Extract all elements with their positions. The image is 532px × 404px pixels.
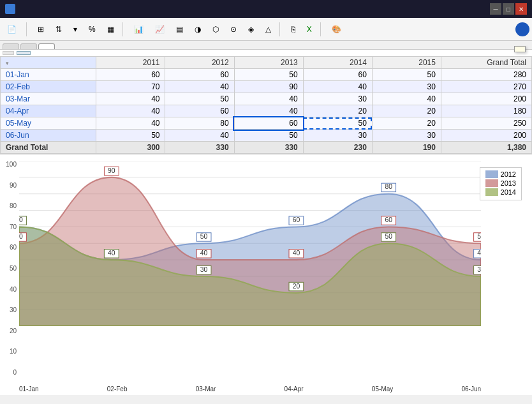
cell-2-1[interactable]: 50 — [165, 93, 234, 105]
legend-color-box — [485, 179, 498, 187]
y-label: 20 — [3, 327, 17, 334]
chart-legend: 201220132014 — [480, 167, 522, 200]
cell-5-0[interactable]: 50 — [96, 130, 165, 142]
main-content: ▾ 2011 2012 2013 2014 2015 Grand Total 0… — [0, 50, 532, 395]
chart-btn-4[interactable]: ◑ — [190, 21, 205, 38]
y-label: 80 — [3, 202, 17, 209]
cell-1-5[interactable]: 270 — [441, 81, 531, 93]
pivot-grid-btn-4[interactable]: % — [84, 21, 100, 38]
cell-3-5[interactable]: 180 — [441, 105, 531, 117]
excel-btn-1[interactable]: ⎘ — [286, 21, 300, 38]
grand-total-cell-5: 1,380 — [441, 142, 531, 154]
minimize-button[interactable]: ─ — [490, 3, 501, 15]
cell-0-4[interactable]: 50 — [372, 69, 441, 81]
cell-0-5[interactable]: 280 — [441, 69, 531, 81]
cell-0-0[interactable]: 60 — [96, 69, 165, 81]
col-2015[interactable]: 2015 — [372, 57, 441, 69]
cell-3-1[interactable]: 60 — [165, 105, 234, 117]
year-filter[interactable] — [17, 51, 31, 55]
chart-btn-8[interactable]: △ — [261, 21, 276, 38]
col-2014[interactable]: 2014 — [303, 57, 372, 69]
cell-2-2[interactable]: 40 — [234, 93, 303, 105]
cell-3-0[interactable]: 40 — [96, 105, 165, 117]
cell-4-4[interactable]: 20 — [372, 117, 441, 130]
legend-item: 2012 — [485, 170, 516, 178]
cell-4-2[interactable]: 60 — [234, 117, 303, 130]
col-2011[interactable]: 2011 — [96, 57, 165, 69]
chart-btn-6[interactable]: ⊙ — [226, 21, 241, 38]
data-label-2012-2: 50 — [200, 233, 208, 240]
x-label: 03-Mar — [196, 385, 216, 393]
cell-1-2[interactable]: 90 — [234, 81, 303, 93]
tooltip — [514, 46, 526, 52]
chart-btn-5[interactable]: ⬡ — [208, 21, 223, 38]
cell-5-3[interactable]: 30 — [303, 130, 372, 142]
y-label: 50 — [3, 265, 17, 272]
table-row: 05-May4080605020250 — [1, 117, 532, 130]
skins-btn[interactable]: 🎨 — [327, 21, 346, 38]
cell-3-4[interactable]: 20 — [372, 105, 441, 117]
cell-4-5[interactable]: 250 — [441, 117, 531, 130]
cell-0-1[interactable]: 60 — [165, 69, 234, 81]
row-header-02-Feb[interactable]: 02-Feb — [1, 81, 96, 93]
cell-2-3[interactable]: 30 — [303, 93, 372, 105]
cell-4-0[interactable]: 40 — [96, 117, 165, 130]
cell-1-4[interactable]: 30 — [372, 81, 441, 93]
cell-1-1[interactable]: 40 — [165, 81, 234, 93]
cell-3-2[interactable]: 40 — [234, 105, 303, 117]
y-label: 60 — [3, 244, 17, 251]
month-column-header[interactable]: ▾ — [1, 57, 96, 69]
grid-icon: ⊞ — [38, 25, 44, 34]
col-2013[interactable]: 2013 — [234, 57, 303, 69]
row-header-03-Mar[interactable]: 03-Mar — [1, 93, 96, 105]
chart-btn-2[interactable]: 📈 — [151, 21, 169, 38]
tab-product[interactable] — [38, 43, 55, 49]
cell-2-0[interactable]: 40 — [96, 93, 165, 105]
chart-bar-icon: 📈 — [155, 25, 165, 34]
cell-5-4[interactable]: 30 — [372, 130, 441, 142]
pivot-grid-btn-1[interactable]: ⊞ — [33, 21, 48, 38]
chart-btn-7[interactable]: ◈ — [244, 21, 258, 38]
pivot-table-container: ▾ 2011 2012 2013 2014 2015 Grand Total 0… — [0, 50, 532, 154]
pivot-grid-btn-2[interactable]: ⇅ — [51, 21, 66, 38]
cell-2-4[interactable]: 40 — [372, 93, 441, 105]
file-menu[interactable]: 📄 — [3, 21, 22, 38]
excel-icon: X — [307, 25, 312, 34]
pivot-grid-btn-3[interactable]: ▾ — [69, 21, 82, 38]
row-header-01-Jan[interactable]: 01-Jan — [1, 69, 96, 81]
data-label-2013-5: 50 — [477, 233, 481, 240]
close-button[interactable]: ✕ — [515, 3, 527, 15]
help-button[interactable] — [515, 22, 529, 36]
cell-5-2[interactable]: 50 — [234, 130, 303, 142]
cell-4-1[interactable]: 80 — [165, 117, 234, 130]
maximize-button[interactable]: □ — [503, 3, 514, 15]
cell-5-1[interactable]: 40 — [165, 130, 234, 142]
chart-btn-1[interactable]: 📊 — [129, 21, 148, 38]
chart-area-icon: 📊 — [134, 25, 144, 34]
cell-0-3[interactable]: 60 — [303, 69, 372, 81]
data-label-2013-3: 40 — [293, 250, 300, 257]
cell-2-5[interactable]: 200 — [441, 93, 531, 105]
cell-4-3[interactable]: 50 — [303, 117, 372, 130]
data-label-2013-2: 40 — [200, 250, 208, 257]
cell-5-5[interactable]: 200 — [441, 130, 531, 142]
chart-dot-icon: ⊙ — [230, 25, 237, 34]
x-label: 01-Jan — [19, 385, 39, 393]
window-controls: ─ □ ✕ — [490, 3, 527, 15]
col-grand-total[interactable]: Grand Total — [441, 57, 531, 69]
pivot-grid-btn-5[interactable]: ▦ — [103, 21, 119, 38]
row-header-04-Apr[interactable]: 04-Apr — [1, 105, 96, 117]
col-2012[interactable]: 2012 — [165, 57, 234, 69]
tab-prices[interactable] — [3, 43, 19, 49]
row-header-05-May[interactable]: 05-May — [1, 117, 96, 130]
chart-btn-3[interactable]: ▤ — [172, 21, 188, 38]
tab-region[interactable] — [20, 43, 37, 49]
cell-0-2[interactable]: 50 — [234, 69, 303, 81]
cell-3-3[interactable]: 20 — [303, 105, 372, 117]
row-header-06-Jun[interactable]: 06-Jun — [1, 130, 96, 142]
excel-btn-2[interactable]: X — [302, 21, 316, 38]
cell-1-0[interactable]: 70 — [96, 81, 165, 93]
chart-y-axis: 0102030405060708090100 — [3, 161, 17, 376]
cell-1-3[interactable]: 40 — [303, 81, 372, 93]
grand-total-cell-3: 230 — [303, 142, 372, 154]
